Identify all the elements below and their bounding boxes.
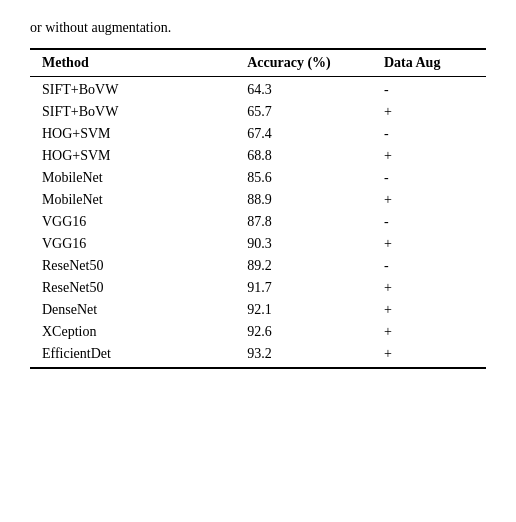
cell-aug: + [372, 101, 486, 123]
cell-method: SIFT+BoVW [30, 77, 235, 102]
cell-accuracy: 85.6 [235, 167, 372, 189]
cell-aug: - [372, 123, 486, 145]
cell-method: ReseNet50 [30, 255, 235, 277]
cell-accuracy: 68.8 [235, 145, 372, 167]
table-row: MobileNet85.6- [30, 167, 486, 189]
cell-aug: + [372, 299, 486, 321]
table-row: HOG+SVM68.8+ [30, 145, 486, 167]
cell-accuracy: 90.3 [235, 233, 372, 255]
cell-aug: + [372, 321, 486, 343]
header-method: Method [30, 49, 235, 77]
cell-accuracy: 92.6 [235, 321, 372, 343]
cell-method: SIFT+BoVW [30, 101, 235, 123]
cell-method: XCeption [30, 321, 235, 343]
cell-method: MobileNet [30, 167, 235, 189]
cell-aug: + [372, 189, 486, 211]
table-row: SIFT+BoVW64.3- [30, 77, 486, 102]
table-row: DenseNet92.1+ [30, 299, 486, 321]
results-table: Method Accuracy (%) Data Aug SIFT+BoVW64… [30, 48, 486, 369]
cell-method: DenseNet [30, 299, 235, 321]
table-row: ReseNet5089.2- [30, 255, 486, 277]
cell-accuracy: 67.4 [235, 123, 372, 145]
table-row: VGG1687.8- [30, 211, 486, 233]
cell-accuracy: 65.7 [235, 101, 372, 123]
table-row: XCeption92.6+ [30, 321, 486, 343]
table-row: SIFT+BoVW65.7+ [30, 101, 486, 123]
cell-aug: + [372, 233, 486, 255]
cell-aug: + [372, 145, 486, 167]
cell-method: HOG+SVM [30, 145, 235, 167]
cell-accuracy: 91.7 [235, 277, 372, 299]
header-aug: Data Aug [372, 49, 486, 77]
intro-text: or without augmentation. [30, 20, 486, 36]
cell-accuracy: 92.1 [235, 299, 372, 321]
cell-aug: - [372, 167, 486, 189]
cell-accuracy: 64.3 [235, 77, 372, 102]
cell-method: ReseNet50 [30, 277, 235, 299]
cell-method: EfficientDet [30, 343, 235, 368]
cell-method: VGG16 [30, 211, 235, 233]
table-row: VGG1690.3+ [30, 233, 486, 255]
cell-aug: + [372, 343, 486, 368]
header-accuracy: Accuracy (%) [235, 49, 372, 77]
cell-aug: + [372, 277, 486, 299]
cell-method: MobileNet [30, 189, 235, 211]
table-row: ReseNet5091.7+ [30, 277, 486, 299]
cell-accuracy: 93.2 [235, 343, 372, 368]
cell-accuracy: 88.9 [235, 189, 372, 211]
cell-accuracy: 89.2 [235, 255, 372, 277]
cell-aug: - [372, 77, 486, 102]
cell-accuracy: 87.8 [235, 211, 372, 233]
cell-aug: - [372, 211, 486, 233]
cell-aug: - [372, 255, 486, 277]
table-row: MobileNet88.9+ [30, 189, 486, 211]
table-row: HOG+SVM67.4- [30, 123, 486, 145]
cell-method: VGG16 [30, 233, 235, 255]
table-row: EfficientDet93.2+ [30, 343, 486, 368]
cell-method: HOG+SVM [30, 123, 235, 145]
